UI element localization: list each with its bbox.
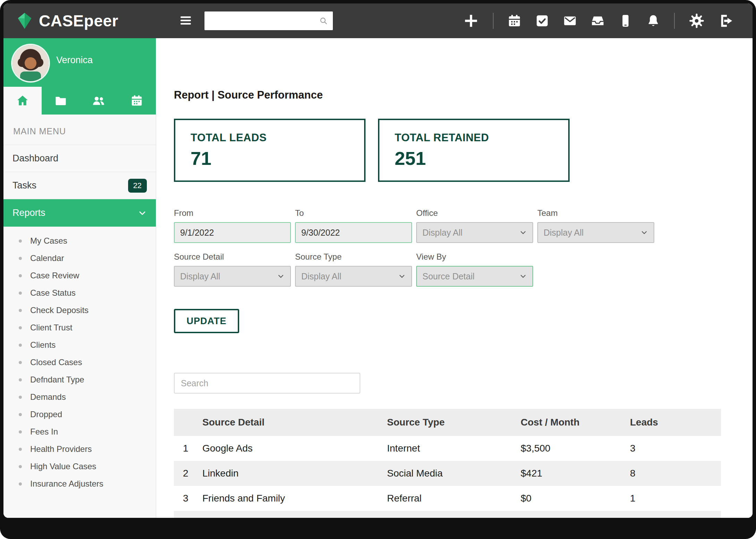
submenu-item-check-deposits[interactable]: Check Deposits xyxy=(3,302,156,319)
bullet-icon xyxy=(19,465,22,468)
sidebar-item-label: Reports xyxy=(12,208,45,218)
topbar-search xyxy=(204,11,333,31)
source-type-select[interactable]: Display All xyxy=(295,266,412,287)
bullet-icon xyxy=(19,326,22,329)
folder-icon xyxy=(54,94,67,107)
view-by-select[interactable]: Source Detail xyxy=(416,266,533,287)
app-window: CASEpeer xyxy=(3,3,753,518)
sidebar-tabs xyxy=(3,87,156,115)
inbox-icon[interactable] xyxy=(591,14,605,28)
filters-row-2: Source Detail Display All Source Type Di… xyxy=(174,252,753,287)
tab-home[interactable] xyxy=(3,87,42,115)
cell-leads: 3 xyxy=(630,436,721,461)
submenu-item-health-providers[interactable]: Health Providers xyxy=(3,440,156,458)
table-header-row: Source Detail Source Type Cost / Month L… xyxy=(174,409,721,436)
submenu-item-case-review[interactable]: Case Review xyxy=(3,267,156,284)
cell-cost: $0 xyxy=(521,511,630,518)
brand-logo[interactable]: CASEpeer xyxy=(15,3,118,38)
topbar-actions xyxy=(463,3,734,38)
topbar: CASEpeer xyxy=(3,3,753,38)
bullet-icon xyxy=(19,257,22,260)
cell-cost: $0 xyxy=(521,486,630,511)
sidebar-user-header: Veronica xyxy=(3,38,156,115)
team-select[interactable]: Display All xyxy=(537,222,654,243)
table-search-input[interactable] xyxy=(174,373,360,394)
stat-label: TOTAL RETAINED xyxy=(395,132,568,144)
gear-icon[interactable] xyxy=(689,13,705,29)
chevron-down-icon xyxy=(138,209,147,218)
filter-source-type: Source Type Display All xyxy=(295,252,412,287)
cell-leads: 1 xyxy=(630,511,721,518)
hamburger-menu-icon[interactable] xyxy=(179,14,193,27)
bell-icon[interactable] xyxy=(646,14,660,28)
sidebar-item-dashboard[interactable]: Dashboard xyxy=(3,145,156,172)
main-menu-label: MAIN MENU xyxy=(3,115,156,145)
cell-source-type: Internet xyxy=(387,436,521,461)
sidebar-item-tasks[interactable]: Tasks 22 xyxy=(3,172,156,199)
filter-source-detail: Source Detail Display All xyxy=(174,252,291,287)
bullet-icon xyxy=(19,430,22,433)
cell-source-detail: Friends and Family xyxy=(202,486,387,511)
submenu-item-clients[interactable]: Clients xyxy=(3,336,156,354)
cell-leads: 1 xyxy=(630,486,721,511)
sidebar-item-reports[interactable]: Reports xyxy=(3,199,156,227)
submenu-item-calendar[interactable]: Calendar xyxy=(3,250,156,267)
bullet-icon xyxy=(19,396,22,399)
divider xyxy=(674,13,675,29)
table-row[interactable]: 3 Friends and Family Referral $0 1 xyxy=(174,486,721,511)
signout-icon[interactable] xyxy=(719,13,734,29)
mobile-icon[interactable] xyxy=(619,14,632,28)
row-index: 4 xyxy=(174,511,202,518)
home-icon xyxy=(16,94,29,107)
row-index: 2 xyxy=(174,461,202,486)
submenu-item-dropped[interactable]: Dropped xyxy=(3,406,156,423)
sidebar-item-label: Tasks xyxy=(12,180,36,191)
chevron-down-icon xyxy=(398,272,406,280)
cell-source-detail: Google Ads xyxy=(202,436,387,461)
submenu-item-high-value-cases[interactable]: High Value Cases xyxy=(3,458,156,475)
table-row[interactable]: 2 Linkedin Social Media $421 8 xyxy=(174,461,721,486)
submenu-item-defndant-type[interactable]: Defndant Type xyxy=(3,371,156,388)
add-new-icon[interactable] xyxy=(463,13,479,29)
table-row[interactable]: 1 Google Ads Internet $3,500 3 xyxy=(174,436,721,461)
cell-cost: $3,500 xyxy=(521,436,630,461)
update-button[interactable]: UPDATE xyxy=(174,309,239,333)
total-leads-card: TOTAL LEADS 71 xyxy=(174,119,366,182)
filter-to: To xyxy=(295,208,412,243)
calendar-icon xyxy=(131,94,143,107)
to-date-input[interactable] xyxy=(295,222,412,243)
divider xyxy=(493,13,494,29)
tab-cases[interactable] xyxy=(42,87,80,115)
avatar[interactable] xyxy=(12,45,49,81)
submenu-item-fees-in[interactable]: Fees In xyxy=(3,423,156,440)
cell-cost: $421 xyxy=(521,461,630,486)
filter-from: From xyxy=(174,208,291,243)
submenu-item-case-status[interactable]: Case Status xyxy=(3,284,156,302)
reports-submenu: My Cases Calendar Case Review Case Statu… xyxy=(3,227,156,492)
col-source-type: Source Type xyxy=(387,409,521,436)
office-select[interactable]: Display All xyxy=(416,222,533,243)
submenu-item-insurance-adjusters[interactable]: Insurance Adjusters xyxy=(3,475,156,492)
submenu-item-demands[interactable]: Demands xyxy=(3,388,156,406)
source-detail-select[interactable]: Display All xyxy=(174,266,291,287)
filter-view-by: View By Source Detail xyxy=(416,252,533,287)
cell-source-detail: Dr. Saad Anri xyxy=(202,511,387,518)
submenu-item-client-trust[interactable]: Client Trust xyxy=(3,319,156,336)
tab-calendar[interactable] xyxy=(118,87,156,115)
tasks-check-icon[interactable] xyxy=(535,14,549,28)
cell-source-type: Social Media xyxy=(387,461,521,486)
search-icon xyxy=(319,16,328,25)
submenu-item-my-cases[interactable]: My Cases xyxy=(3,232,156,250)
stat-value: 71 xyxy=(191,148,364,169)
cell-source-type: Referral xyxy=(387,511,521,518)
from-date-input[interactable] xyxy=(174,222,291,243)
mail-icon[interactable] xyxy=(563,14,577,28)
tab-contacts[interactable] xyxy=(80,87,118,115)
table-row[interactable]: 4 Dr. Saad Anri Referral $0 1 xyxy=(174,511,721,518)
calendar-icon[interactable] xyxy=(507,14,521,28)
submenu-item-closed-cases[interactable]: Closed Cases xyxy=(3,354,156,371)
topbar-search-input[interactable] xyxy=(209,16,319,26)
stat-label: TOTAL LEADS xyxy=(191,132,364,144)
bullet-icon xyxy=(19,274,22,277)
bullet-icon xyxy=(19,361,22,364)
